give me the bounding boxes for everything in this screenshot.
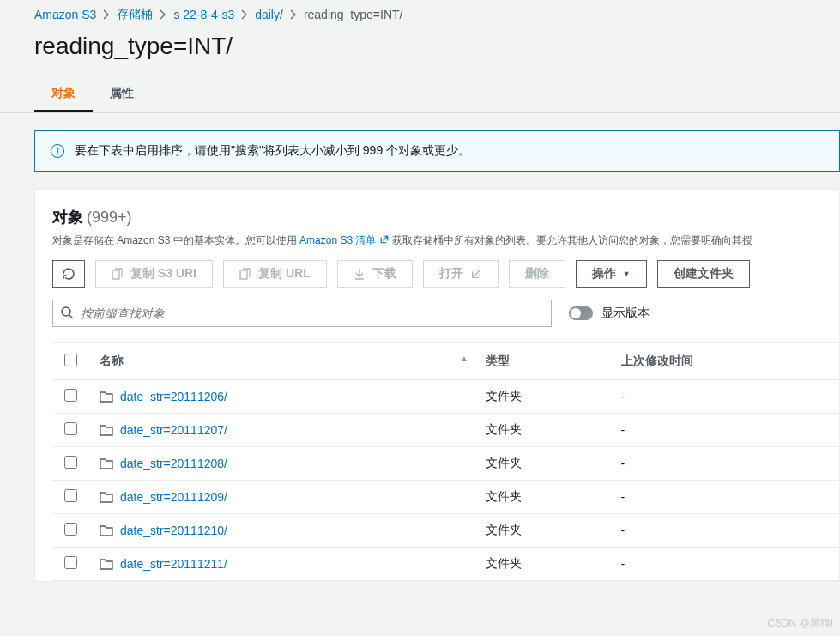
delete-button[interactable]: 删除: [509, 260, 565, 288]
refresh-icon: [62, 267, 76, 281]
external-link-icon: [379, 234, 390, 245]
object-type: 文件夹: [477, 414, 613, 447]
info-icon: i: [51, 144, 64, 158]
tab-properties[interactable]: 属性: [93, 77, 151, 112]
row-checkbox[interactable]: [64, 523, 77, 536]
column-header-name[interactable]: 名称 ▲: [91, 343, 477, 380]
breadcrumb-current: reading_type=INT/: [304, 8, 403, 21]
copy-s3-uri-button[interactable]: 复制 S3 URI: [95, 260, 213, 288]
object-modified: -: [613, 447, 839, 481]
table-row: date_str=20111210/文件夹-: [52, 514, 839, 548]
copy-icon: [239, 268, 251, 280]
table-row: date_str=20111207/文件夹-: [52, 414, 839, 447]
folder-icon: [100, 457, 113, 469]
search-wrap: [52, 300, 552, 327]
page-title: reading_type=INT/: [0, 29, 840, 77]
download-icon: [354, 268, 366, 280]
info-banner-text: 要在下表中启用排序，请使用"搜索"将列表大小减小到 999 个对象或更少。: [75, 143, 470, 159]
folder-icon: [100, 558, 113, 570]
object-name-link[interactable]: date_str=20111206/: [120, 390, 227, 403]
objects-panel: 对象 (999+) 对象是存储在 Amazon S3 中的基本实体。您可以使用 …: [34, 189, 840, 582]
object-name-link[interactable]: date_str=20111208/: [120, 457, 227, 470]
object-name-link[interactable]: date_str=20111210/: [120, 524, 227, 537]
download-button[interactable]: 下载: [337, 260, 413, 288]
row-checkbox[interactable]: [64, 422, 77, 435]
chevron-right-icon: [241, 9, 248, 20]
table-row: date_str=20111206/文件夹-: [52, 380, 839, 414]
table-row: date_str=20111208/文件夹-: [52, 447, 839, 481]
chevron-right-icon: [103, 9, 110, 20]
folder-icon: [100, 524, 113, 536]
svg-rect-1: [240, 270, 247, 279]
breadcrumb-item[interactable]: s 22-8-4-s3: [173, 8, 234, 21]
row-checkbox[interactable]: [64, 456, 77, 469]
object-modified: -: [613, 548, 839, 581]
folder-icon: [100, 491, 113, 503]
section-count: (999+): [87, 209, 132, 226]
objects-table: 名称 ▲ 类型 上次修改时间 date_str=20111206/文件夹-dat…: [52, 342, 839, 581]
chevron-right-icon: [290, 9, 297, 20]
external-link-icon: [470, 268, 482, 280]
table-row: date_str=20111211/文件夹-: [52, 548, 839, 581]
s3-inventory-link[interactable]: Amazon S3 清单: [299, 234, 392, 246]
breadcrumb: Amazon S3 存储桶 s 22-8-4-s3 daily/ reading…: [0, 0, 840, 29]
search-icon: [60, 306, 74, 319]
object-type: 文件夹: [477, 481, 613, 514]
tabs: 对象 属性: [0, 77, 840, 113]
object-type: 文件夹: [477, 380, 613, 414]
object-type: 文件夹: [477, 514, 613, 548]
table-row: date_str=20111209/文件夹-: [52, 481, 839, 514]
chevron-right-icon: [160, 9, 166, 20]
open-button[interactable]: 打开: [423, 260, 499, 288]
section-description: 对象是存储在 Amazon S3 中的基本实体。您可以使用 Amazon S3 …: [52, 233, 839, 248]
breadcrumb-item[interactable]: daily/: [255, 8, 283, 21]
object-modified: -: [613, 380, 839, 414]
folder-icon: [100, 391, 113, 403]
object-modified: -: [613, 414, 839, 447]
create-folder-button[interactable]: 创建文件夹: [657, 260, 750, 288]
folder-icon: [100, 424, 113, 436]
copy-icon: [112, 268, 124, 280]
object-name-link[interactable]: date_str=20111209/: [120, 490, 227, 504]
row-checkbox[interactable]: [64, 389, 77, 402]
actions-button[interactable]: 操作 ▼: [576, 260, 647, 288]
info-banner: i 要在下表中启用排序，请使用"搜索"将列表大小减小到 999 个对象或更少。: [34, 130, 840, 172]
copy-url-button[interactable]: 复制 URL: [223, 260, 327, 288]
row-checkbox[interactable]: [64, 556, 77, 569]
svg-rect-0: [112, 270, 119, 279]
object-type: 文件夹: [477, 548, 613, 581]
section-title: 对象: [52, 209, 83, 226]
column-header-type[interactable]: 类型: [477, 343, 613, 380]
object-name-link[interactable]: date_str=20111211/: [120, 557, 227, 571]
caret-down-icon: ▼: [623, 270, 631, 278]
breadcrumb-item[interactable]: Amazon S3: [34, 8, 96, 21]
row-checkbox[interactable]: [64, 489, 77, 502]
select-all-checkbox[interactable]: [64, 354, 77, 366]
show-versions-label: 显示版本: [601, 306, 650, 321]
object-name-link[interactable]: date_str=20111207/: [120, 423, 227, 437]
toolbar: 复制 S3 URI 复制 URL 下载 打开 删除 操作 ▼ 创建文件夹: [52, 260, 839, 288]
object-modified: -: [613, 481, 839, 514]
object-modified: -: [613, 514, 839, 548]
svg-point-2: [62, 307, 70, 316]
refresh-button[interactable]: [52, 260, 85, 288]
object-type: 文件夹: [477, 447, 613, 481]
show-versions-toggle[interactable]: [569, 306, 593, 320]
search-input[interactable]: [52, 300, 552, 327]
column-header-modified[interactable]: 上次修改时间: [613, 343, 839, 380]
breadcrumb-item[interactable]: 存储桶: [117, 7, 153, 22]
sort-indicator-icon: ▲: [460, 354, 468, 363]
tab-objects[interactable]: 对象: [34, 77, 93, 112]
